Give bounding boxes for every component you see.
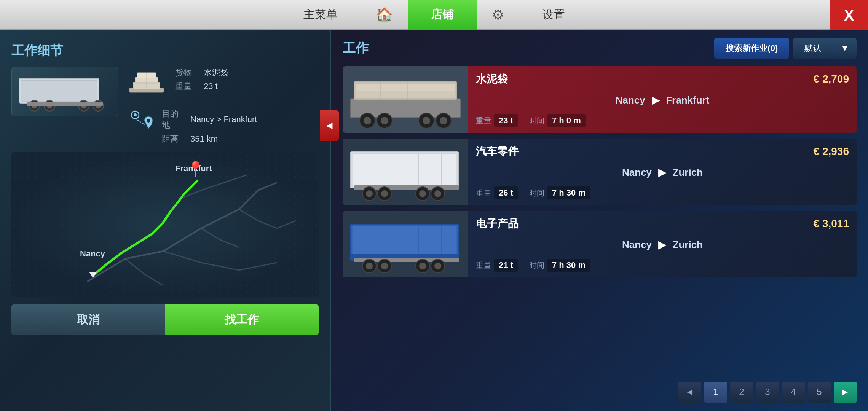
svg-point-51: [434, 190, 441, 197]
job-2-route: Nancy ▶ Zurich: [476, 167, 849, 178]
destination-value: Nancy > Frankfurt: [190, 115, 257, 124]
job-1-stats: 重量 23 t 时间 7 h 0 m: [476, 114, 849, 127]
cargo-details: 货物 水泥袋 重量 23 t: [175, 67, 229, 92]
job-1-weight-group: 重量 23 t: [476, 114, 518, 127]
dest-details: 目的地 Nancy > Frankfurt 距离 351 km: [162, 108, 257, 145]
left-panel-title: 工作细节: [11, 42, 319, 59]
svg-rect-10: [27, 102, 103, 106]
time-label-3: 时间: [529, 260, 544, 271]
job-card-2[interactable]: 汽车零件 € 2,936 Nancy ▶ Zurich 重量 26 t: [343, 139, 857, 205]
job-2-weight: 26 t: [494, 186, 518, 199]
page-4-button[interactable]: 4: [782, 382, 805, 403]
bottom-buttons: 取消 找工作: [11, 304, 319, 335]
truck-preview: [11, 67, 118, 116]
job-list: 水泥袋 € 2,709 Nancy ▶ Frankfurt 重量 23 t: [343, 66, 857, 375]
job-details-top: 货物 水泥袋 重量 23 t: [11, 67, 319, 145]
right-panel-title: 工作: [343, 40, 369, 57]
weight-label-2: 重量: [476, 188, 491, 198]
job-card-2-header: 汽车零件 € 2,936: [476, 144, 849, 159]
job-card-2-info: 汽车零件 € 2,936 Nancy ▶ Zurich 重量 26 t: [468, 139, 857, 205]
job-1-route: Nancy ▶ Frankfurt: [476, 94, 849, 106]
job-card-3-header: 电子产品 € 3,011: [476, 217, 849, 231]
cancel-button[interactable]: 取消: [11, 304, 165, 335]
top-navigation: 主菜单 🏠 店铺 ⚙ 设置 X: [0, 0, 868, 30]
job-2-stats: 重量 26 t 时间 7 h 30 m: [476, 186, 849, 199]
job-card-1-header: 水泥袋 € 2,709: [476, 72, 849, 86]
job-card-1[interactable]: 水泥袋 € 2,709 Nancy ▶ Frankfurt 重量 23 t: [343, 66, 857, 133]
left-panel: 工作细节: [0, 30, 331, 411]
close-button[interactable]: X: [830, 0, 868, 30]
weight-value: 23 t: [204, 81, 218, 91]
prev-page-button[interactable]: ◄: [678, 382, 701, 403]
map-label-nancy: Nancy: [80, 249, 105, 259]
svg-point-47: [381, 190, 388, 197]
job-3-weight: 21 t: [494, 259, 518, 272]
job-3-price: € 3,011: [814, 218, 849, 230]
job-card-1-image: [343, 66, 468, 133]
job-card-3[interactable]: 电子产品 € 3,011 Nancy ▶ Zurich 重量 21 t: [343, 211, 857, 277]
cargo-section: 货物 水泥袋 重量 23 t: [126, 67, 319, 101]
svg-point-30: [364, 117, 371, 124]
svg-point-19: [147, 119, 150, 123]
svg-point-63: [381, 263, 388, 269]
header-controls: 搜索新作业(0) 默认 ▼: [714, 38, 857, 59]
main-content: 工作细节: [0, 30, 868, 411]
map-container: Nancy Frankfurt 📍: [11, 152, 319, 297]
destination-row: 目的地 Nancy > Frankfurt: [162, 108, 257, 131]
weight-label: 重量: [476, 116, 491, 126]
svg-point-18: [134, 113, 137, 116]
job-3-cargo: 电子产品: [476, 217, 519, 231]
job-1-time: 7 h 0 m: [547, 114, 586, 127]
cargo-label: 货物: [175, 67, 198, 78]
job-3-time: 7 h 30 m: [547, 259, 590, 272]
job-2-weight-group: 重量 26 t: [476, 186, 518, 199]
right-panel: 工作 搜索新作业(0) 默认 ▼: [331, 30, 868, 411]
search-new-button[interactable]: 搜索新作业(0): [714, 38, 789, 59]
page-1-button[interactable]: 1: [704, 382, 727, 403]
job-3-route: Nancy ▶ Zurich: [476, 239, 849, 251]
job-card-3-info: 电子产品 € 3,011 Nancy ▶ Zurich 重量 21 t: [468, 211, 857, 277]
job-3-stats: 重量 21 t 时间 7 h 30 m: [476, 259, 849, 272]
destination-section: 目的地 Nancy > Frankfurt 距离 351 km: [126, 108, 319, 145]
job-info-right: 货物 水泥袋 重量 23 t: [126, 67, 319, 145]
right-header: 工作 搜索新作业(0) 默认 ▼: [343, 38, 857, 59]
dropdown-arrow-button[interactable]: ▼: [833, 38, 857, 59]
nav-shop[interactable]: 店铺: [408, 0, 477, 30]
gear-icon[interactable]: ⚙: [477, 7, 519, 23]
svg-rect-53: [352, 226, 457, 258]
nav-main-menu[interactable]: 主菜单: [281, 0, 361, 30]
pagination: ◄ 1 2 3 4 5 ►: [343, 381, 857, 403]
frankfurt-pin: 📍: [187, 161, 204, 177]
home-icon[interactable]: 🏠: [361, 7, 408, 23]
job-3-weight-group: 重量 21 t: [476, 259, 518, 272]
distance-value: 351 km: [190, 134, 218, 144]
svg-rect-24: [356, 83, 455, 91]
cargo-icon: [126, 67, 168, 101]
svg-rect-25: [356, 91, 455, 99]
svg-point-36: [440, 117, 447, 124]
job-card-3-image: [343, 211, 468, 277]
distance-row: 距离 351 km: [162, 133, 257, 145]
cargo-name-row: 货物 水泥袋: [175, 67, 229, 78]
default-button[interactable]: 默认: [793, 38, 833, 59]
job-1-time-group: 时间 7 h 0 m: [529, 114, 586, 127]
nav-settings[interactable]: 设置: [519, 0, 588, 30]
next-page-button[interactable]: ►: [834, 382, 857, 403]
default-dropdown: 默认 ▼: [793, 38, 857, 59]
job-2-time: 7 h 30 m: [547, 186, 590, 199]
svg-rect-38: [352, 154, 457, 186]
svg-point-34: [423, 117, 430, 124]
left-arrow-button[interactable]: ◄: [320, 110, 339, 141]
job-1-price: € 2,709: [814, 73, 849, 85]
svg-point-67: [434, 263, 441, 269]
cargo-value: 水泥袋: [204, 67, 229, 78]
destination-label: 目的地: [162, 108, 185, 131]
job-card-1-info: 水泥袋 € 2,709 Nancy ▶ Frankfurt 重量 23 t: [468, 66, 857, 133]
page-2-button[interactable]: 2: [730, 382, 753, 403]
find-job-button[interactable]: 找工作: [165, 304, 319, 335]
page-5-button[interactable]: 5: [808, 382, 831, 403]
page-3-button[interactable]: 3: [756, 382, 779, 403]
weight-row: 重量 23 t: [175, 81, 229, 92]
distance-label: 距离: [162, 133, 185, 145]
destination-icon: [126, 108, 156, 139]
